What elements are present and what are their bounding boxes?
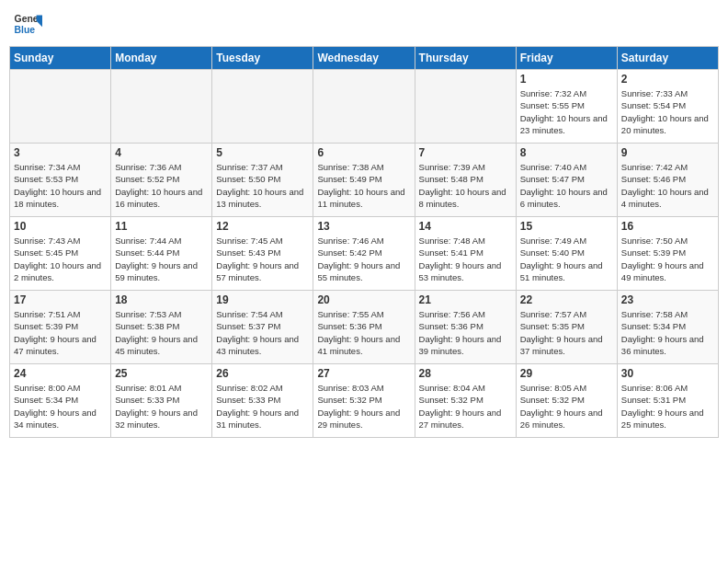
- day-number: 21: [419, 293, 512, 306]
- day-number: 11: [115, 220, 208, 233]
- day-cell-6: 6Sunrise: 7:38 AMSunset: 5:49 PMDaylight…: [313, 144, 415, 217]
- week-row-5: 24Sunrise: 8:00 AMSunset: 5:34 PMDayligh…: [10, 364, 719, 438]
- day-number: 27: [317, 367, 410, 380]
- day-info: Sunrise: 7:42 AMSunset: 5:46 PMDaylight:…: [621, 161, 714, 210]
- column-header-saturday: Saturday: [617, 47, 718, 70]
- day-info: Sunrise: 7:49 AMSunset: 5:40 PMDaylight:…: [520, 235, 613, 283]
- day-number: 16: [621, 220, 714, 233]
- day-info: Sunrise: 7:50 AMSunset: 5:39 PMDaylight:…: [621, 235, 714, 283]
- empty-cell: [111, 70, 212, 144]
- column-header-sunday: Sunday: [10, 47, 111, 70]
- day-info: Sunrise: 7:58 AMSunset: 5:34 PMDaylight:…: [621, 308, 714, 357]
- day-cell-20: 20Sunrise: 7:55 AMSunset: 5:36 PMDayligh…: [313, 291, 415, 364]
- day-cell-22: 22Sunrise: 7:57 AMSunset: 5:35 PMDayligh…: [516, 291, 617, 364]
- day-number: 19: [216, 293, 309, 306]
- day-number: 1: [520, 73, 613, 86]
- day-number: 12: [216, 220, 309, 233]
- day-cell-15: 15Sunrise: 7:49 AMSunset: 5:40 PMDayligh…: [516, 217, 617, 291]
- day-number: 8: [520, 146, 613, 159]
- day-info: Sunrise: 7:32 AMSunset: 5:55 PMDaylight:…: [520, 87, 613, 136]
- day-cell-14: 14Sunrise: 7:48 AMSunset: 5:41 PMDayligh…: [415, 217, 516, 291]
- day-number: 18: [115, 293, 208, 306]
- day-cell-13: 13Sunrise: 7:46 AMSunset: 5:42 PMDayligh…: [313, 217, 415, 291]
- day-number: 20: [317, 293, 410, 306]
- day-number: 13: [317, 220, 410, 233]
- column-header-thursday: Thursday: [415, 47, 516, 70]
- day-cell-8: 8Sunrise: 7:40 AMSunset: 5:47 PMDaylight…: [516, 144, 617, 217]
- day-cell-7: 7Sunrise: 7:39 AMSunset: 5:48 PMDaylight…: [415, 144, 516, 217]
- day-cell-5: 5Sunrise: 7:37 AMSunset: 5:50 PMDaylight…: [212, 144, 313, 217]
- week-row-2: 3Sunrise: 7:34 AMSunset: 5:53 PMDaylight…: [10, 144, 719, 217]
- day-number: 4: [115, 146, 208, 159]
- day-cell-16: 16Sunrise: 7:50 AMSunset: 5:39 PMDayligh…: [617, 217, 718, 291]
- day-number: 14: [419, 220, 512, 233]
- svg-marker-2: [37, 15, 42, 27]
- day-cell-24: 24Sunrise: 8:00 AMSunset: 5:34 PMDayligh…: [10, 364, 111, 438]
- day-number: 7: [419, 146, 512, 159]
- empty-cell: [415, 70, 516, 144]
- day-cell-27: 27Sunrise: 8:03 AMSunset: 5:32 PMDayligh…: [313, 364, 415, 438]
- day-info: Sunrise: 7:40 AMSunset: 5:47 PMDaylight:…: [520, 161, 613, 210]
- week-row-4: 17Sunrise: 7:51 AMSunset: 5:39 PMDayligh…: [10, 291, 719, 364]
- day-cell-23: 23Sunrise: 7:58 AMSunset: 5:34 PMDayligh…: [617, 291, 718, 364]
- day-info: Sunrise: 8:03 AMSunset: 5:32 PMDaylight:…: [317, 382, 410, 431]
- day-info: Sunrise: 8:06 AMSunset: 5:31 PMDaylight:…: [621, 382, 714, 431]
- day-cell-18: 18Sunrise: 7:53 AMSunset: 5:38 PMDayligh…: [111, 291, 212, 364]
- page-header: General Blue: [9, 9, 719, 39]
- day-cell-2: 2Sunrise: 7:33 AMSunset: 5:54 PMDaylight…: [617, 70, 718, 144]
- column-header-tuesday: Tuesday: [212, 47, 313, 70]
- column-header-monday: Monday: [111, 47, 212, 70]
- column-header-wednesday: Wednesday: [313, 47, 415, 70]
- day-info: Sunrise: 8:04 AMSunset: 5:32 PMDaylight:…: [419, 382, 512, 431]
- day-info: Sunrise: 7:48 AMSunset: 5:41 PMDaylight:…: [419, 235, 512, 283]
- day-info: Sunrise: 8:05 AMSunset: 5:32 PMDaylight:…: [520, 382, 613, 431]
- day-info: Sunrise: 7:51 AMSunset: 5:39 PMDaylight:…: [14, 308, 107, 357]
- day-number: 2: [621, 73, 714, 86]
- day-cell-1: 1Sunrise: 7:32 AMSunset: 5:55 PMDaylight…: [516, 70, 617, 144]
- day-number: 25: [115, 367, 208, 380]
- day-info: Sunrise: 7:57 AMSunset: 5:35 PMDaylight:…: [520, 308, 613, 357]
- day-cell-21: 21Sunrise: 7:56 AMSunset: 5:36 PMDayligh…: [415, 291, 516, 364]
- day-cell-28: 28Sunrise: 8:04 AMSunset: 5:32 PMDayligh…: [415, 364, 516, 438]
- day-number: 29: [520, 367, 613, 380]
- day-info: Sunrise: 7:33 AMSunset: 5:54 PMDaylight:…: [621, 87, 714, 136]
- day-info: Sunrise: 7:44 AMSunset: 5:44 PMDaylight:…: [115, 235, 208, 283]
- day-cell-12: 12Sunrise: 7:45 AMSunset: 5:43 PMDayligh…: [212, 217, 313, 291]
- day-cell-11: 11Sunrise: 7:44 AMSunset: 5:44 PMDayligh…: [111, 217, 212, 291]
- day-info: Sunrise: 7:36 AMSunset: 5:52 PMDaylight:…: [115, 161, 208, 210]
- day-number: 23: [621, 293, 714, 306]
- empty-cell: [313, 70, 415, 144]
- day-cell-17: 17Sunrise: 7:51 AMSunset: 5:39 PMDayligh…: [10, 291, 111, 364]
- day-info: Sunrise: 7:54 AMSunset: 5:37 PMDaylight:…: [216, 308, 309, 357]
- day-number: 15: [520, 220, 613, 233]
- day-info: Sunrise: 8:01 AMSunset: 5:33 PMDaylight:…: [115, 382, 208, 431]
- week-row-3: 10Sunrise: 7:43 AMSunset: 5:45 PMDayligh…: [10, 217, 719, 291]
- column-header-friday: Friday: [516, 47, 617, 70]
- day-info: Sunrise: 7:55 AMSunset: 5:36 PMDaylight:…: [317, 308, 410, 357]
- day-number: 5: [216, 146, 309, 159]
- day-cell-9: 9Sunrise: 7:42 AMSunset: 5:46 PMDaylight…: [617, 144, 718, 217]
- day-info: Sunrise: 8:00 AMSunset: 5:34 PMDaylight:…: [14, 382, 107, 431]
- day-cell-4: 4Sunrise: 7:36 AMSunset: 5:52 PMDaylight…: [111, 144, 212, 217]
- day-info: Sunrise: 7:56 AMSunset: 5:36 PMDaylight:…: [419, 308, 512, 357]
- day-number: 3: [14, 146, 107, 159]
- day-info: Sunrise: 7:38 AMSunset: 5:49 PMDaylight:…: [317, 161, 410, 210]
- day-info: Sunrise: 7:45 AMSunset: 5:43 PMDaylight:…: [216, 235, 309, 283]
- day-cell-19: 19Sunrise: 7:54 AMSunset: 5:37 PMDayligh…: [212, 291, 313, 364]
- day-info: Sunrise: 7:37 AMSunset: 5:50 PMDaylight:…: [216, 161, 309, 210]
- day-number: 26: [216, 367, 309, 380]
- day-cell-26: 26Sunrise: 8:02 AMSunset: 5:33 PMDayligh…: [212, 364, 313, 438]
- logo: General Blue: [13, 9, 42, 39]
- day-number: 28: [419, 367, 512, 380]
- day-number: 17: [14, 293, 107, 306]
- day-info: Sunrise: 7:46 AMSunset: 5:42 PMDaylight:…: [317, 235, 410, 283]
- logo-icon: General Blue: [13, 9, 42, 39]
- day-number: 30: [621, 367, 714, 380]
- day-number: 24: [14, 367, 107, 380]
- day-info: Sunrise: 7:39 AMSunset: 5:48 PMDaylight:…: [419, 161, 512, 210]
- day-cell-3: 3Sunrise: 7:34 AMSunset: 5:53 PMDaylight…: [10, 144, 111, 217]
- day-cell-29: 29Sunrise: 8:05 AMSunset: 5:32 PMDayligh…: [516, 364, 617, 438]
- day-cell-30: 30Sunrise: 8:06 AMSunset: 5:31 PMDayligh…: [617, 364, 718, 438]
- svg-text:Blue: Blue: [15, 25, 36, 35]
- empty-cell: [10, 70, 111, 144]
